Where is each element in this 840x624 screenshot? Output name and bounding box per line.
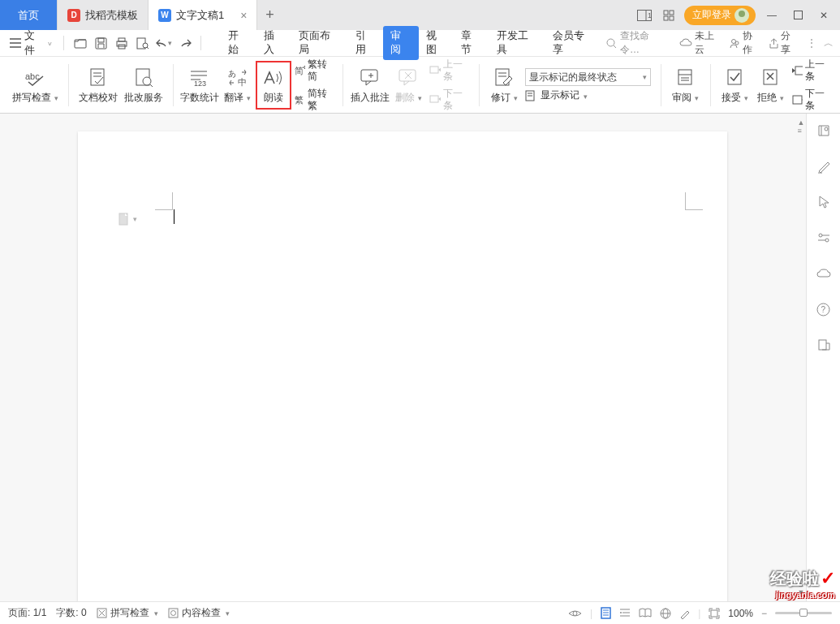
- redo-button[interactable]: [177, 35, 193, 51]
- menu-tab-start[interactable]: 开始: [221, 26, 256, 60]
- minimize-button[interactable]: —: [762, 6, 782, 25]
- menu-tab-reference[interactable]: 引用: [348, 26, 384, 60]
- share-button[interactable]: 分享: [769, 29, 800, 57]
- eye-icon[interactable]: [568, 609, 582, 618]
- maximize-button[interactable]: [788, 6, 808, 25]
- tab-home[interactable]: 首页: [0, 0, 58, 30]
- svg-point-20: [607, 39, 614, 46]
- ribbon: abc 拼写检查 文档校对 批改服务 123 字数统计 あ中 翻译 朗读 简繁转…: [0, 57, 840, 114]
- prev-change-icon: [792, 66, 803, 75]
- svg-text:abc: abc: [25, 71, 40, 81]
- spell-status-icon: [97, 608, 107, 618]
- markup-state-select[interactable]: 显示标记的最终状态▾: [525, 68, 651, 86]
- spell-check-status[interactable]: 拼写检查▾: [97, 606, 158, 620]
- zoom-slider[interactable]: [775, 612, 832, 614]
- menu-tab-member[interactable]: 会员专享: [545, 26, 601, 60]
- content-check-status[interactable]: 内容检查▾: [168, 606, 230, 620]
- jian-to-fan-button[interactable]: 繁简转繁: [295, 88, 333, 112]
- document-page[interactable]: ▾: [78, 131, 727, 601]
- accept-button[interactable]: 接受: [717, 61, 753, 110]
- side-cloud-icon[interactable]: [815, 265, 833, 282]
- menu-tab-view[interactable]: 视图: [419, 26, 454, 60]
- coop-icon: [730, 38, 740, 49]
- svg-point-64: [825, 127, 828, 131]
- word-count-button[interactable]: 123 字数统计: [180, 61, 220, 110]
- menu-tab-insert[interactable]: 插入: [256, 26, 292, 60]
- svg-text:中: 中: [238, 77, 247, 87]
- fan-to-jian-button[interactable]: 简繁转简: [295, 58, 333, 83]
- view-outline-icon[interactable]: [619, 608, 631, 618]
- next-change-icon: [792, 95, 803, 105]
- jian2fan-icon: 繁: [295, 94, 306, 105]
- delete-comment-button[interactable]: 删除: [390, 61, 426, 110]
- review-pane-button[interactable]: 审阅: [668, 61, 704, 110]
- close-icon[interactable]: ×: [240, 9, 247, 22]
- apps-icon[interactable]: [660, 7, 678, 24]
- next-change-button[interactable]: 下一条: [792, 88, 828, 112]
- word-count-indicator[interactable]: 字数: 0: [56, 606, 86, 620]
- translate-button[interactable]: あ中 翻译: [220, 61, 256, 110]
- window-layout-icon[interactable]: 1: [635, 7, 653, 24]
- read-aloud-button[interactable]: 朗读: [256, 61, 291, 110]
- menu-tab-page-layout[interactable]: 页面布局: [291, 26, 347, 60]
- show-markup-button[interactable]: 显示标记: [525, 89, 651, 101]
- coop-button[interactable]: 协作: [730, 29, 761, 57]
- side-settings-icon[interactable]: [815, 229, 833, 247]
- prev-comment-icon: [429, 66, 441, 75]
- margin-marker-tl: [155, 192, 173, 210]
- svg-text:简: 简: [295, 66, 304, 75]
- menu-tab-developer[interactable]: 开发工具: [489, 26, 545, 60]
- view-page-icon[interactable]: [601, 607, 611, 619]
- side-style-icon[interactable]: [815, 122, 833, 140]
- revise-label: 修订: [491, 92, 510, 104]
- prev-change-button[interactable]: 上一条: [792, 58, 828, 83]
- login-button[interactable]: 立即登录: [684, 6, 756, 25]
- side-select-icon[interactable]: [815, 193, 833, 211]
- workspace: ▾ ▲≡ ◦▲▼: [0, 114, 806, 601]
- side-help-icon[interactable]: ?: [815, 300, 833, 318]
- next-comment-button[interactable]: 下一条: [429, 88, 469, 112]
- more-menu-icon[interactable]: ⋮: [807, 37, 817, 49]
- hamburger-icon[interactable]: 文件ⅴ: [6, 28, 55, 58]
- file-menu-label: 文件: [24, 28, 45, 58]
- menu-tab-chapter[interactable]: 章节: [454, 26, 489, 60]
- print-icon[interactable]: [114, 35, 130, 51]
- revise-service-button[interactable]: 批改服务: [121, 61, 166, 110]
- svg-rect-76: [169, 609, 178, 618]
- scroll-down-icon[interactable]: ◦▲▼: [798, 572, 805, 596]
- view-web-icon[interactable]: [660, 608, 671, 619]
- insert-comment-button[interactable]: 插入批注: [350, 61, 391, 110]
- search-command[interactable]: 查找命令…: [601, 28, 673, 58]
- close-window-button[interactable]: ✕: [814, 6, 834, 25]
- save-icon[interactable]: [93, 35, 110, 51]
- scroll-up-icon[interactable]: ▲≡: [798, 118, 805, 135]
- side-pen-icon[interactable]: [815, 157, 833, 175]
- zoom-level[interactable]: 100%: [728, 608, 753, 619]
- cloud-status[interactable]: 未上云: [679, 29, 723, 57]
- doc-proof-button[interactable]: 文档校对: [75, 61, 121, 110]
- prev-comment-button[interactable]: 上一条: [429, 58, 469, 83]
- view-reading-icon[interactable]: [639, 608, 652, 618]
- word-count-icon: 123: [189, 67, 210, 89]
- collapse-ribbon-icon[interactable]: ︿: [824, 37, 834, 50]
- revise-button[interactable]: 修订: [486, 61, 522, 110]
- share-label: 分享: [781, 29, 800, 57]
- print-preview-icon[interactable]: [135, 35, 151, 51]
- side-doc-icon[interactable]: [815, 336, 833, 354]
- spell-check-button[interactable]: abc 拼写检查: [9, 61, 62, 110]
- fan2jian-label: 繁转简: [308, 58, 332, 83]
- doc-nav-pill[interactable]: ▾: [118, 213, 137, 226]
- page-indicator[interactable]: 页面: 1/1: [8, 606, 46, 620]
- tab-template[interactable]: D 找稻壳模板: [58, 0, 149, 30]
- svg-rect-4: [670, 11, 674, 15]
- view-writing-icon[interactable]: [679, 608, 690, 619]
- menu-tab-review[interactable]: 审阅: [383, 26, 419, 60]
- fit-icon[interactable]: [709, 608, 720, 619]
- open-icon[interactable]: [72, 35, 88, 51]
- undo-button[interactable]: [156, 35, 172, 51]
- vertical-scrollbar[interactable]: ▲≡ ◦▲▼: [796, 114, 806, 601]
- reject-button[interactable]: 拒绝: [753, 61, 789, 110]
- accept-icon: [726, 67, 744, 89]
- zoom-out-button[interactable]: −: [761, 608, 767, 619]
- svg-rect-3: [664, 11, 668, 15]
